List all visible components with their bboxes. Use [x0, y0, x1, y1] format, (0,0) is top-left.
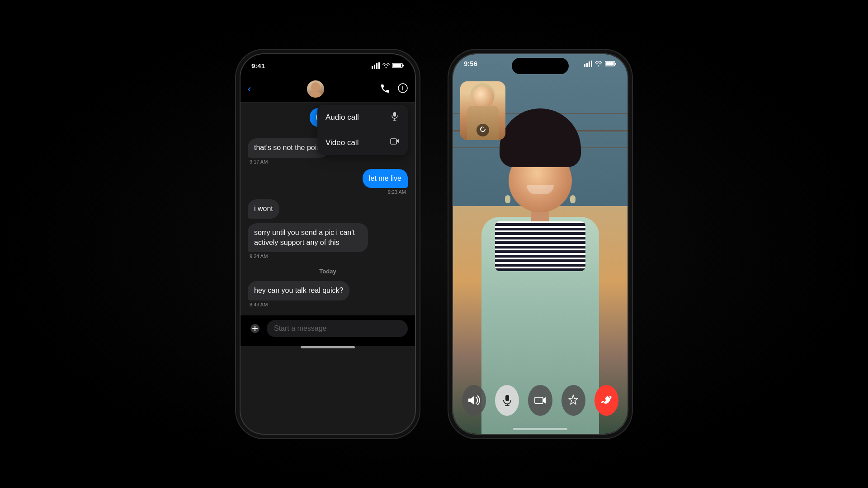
phone-right: 9:56 [452, 53, 628, 435]
message-row: sorry until you send a pic i can't activ… [248, 223, 408, 259]
battery-icon [605, 61, 617, 67]
avatar [307, 80, 324, 98]
info-icon: i [398, 83, 408, 93]
left-status-bar: 9:41 [241, 54, 415, 77]
svg-rect-20 [586, 63, 588, 67]
svg-point-7 [311, 82, 320, 91]
message-row: i wont [248, 199, 408, 218]
home-indicator [301, 346, 355, 348]
svg-rect-5 [402, 65, 404, 66]
svg-rect-1 [374, 65, 375, 69]
end-call-icon [600, 394, 613, 407]
audio-call-label: Audio call [326, 113, 359, 122]
back-button[interactable]: ‹ [248, 83, 251, 95]
message-bubble: hey can you talk real quick? [248, 281, 349, 300]
effects-icon [567, 394, 580, 407]
header-icons: i [380, 83, 408, 95]
left-status-icons [372, 62, 404, 69]
message-text: i wont [254, 205, 273, 212]
plus-icon [250, 324, 260, 333]
right-time: 9:56 [464, 60, 477, 67]
message-input-area: Start a message [241, 315, 415, 346]
svg-rect-19 [584, 64, 585, 67]
message-bubble: let me live [363, 169, 408, 188]
message-text: that's so not the point [254, 144, 323, 151]
pip-self-view[interactable] [460, 81, 505, 140]
phone-call-button[interactable] [380, 83, 390, 95]
speaker-icon [468, 394, 481, 407]
flip-camera-button[interactable] [476, 124, 489, 136]
svg-point-8 [309, 91, 322, 98]
svg-rect-25 [606, 62, 614, 65]
camera-button[interactable] [528, 385, 552, 416]
video-call-label: Video call [326, 138, 359, 147]
video-call-option[interactable]: Video call [317, 130, 408, 155]
audio-call-option[interactable]: Audio call [317, 105, 408, 130]
message-text: hey can you talk real quick? [254, 286, 343, 294]
left-time: 9:41 [251, 62, 265, 70]
message-bubble: sorry until you send a pic i can't activ… [248, 223, 368, 253]
speaker-button[interactable] [462, 385, 486, 416]
phone-icon [380, 83, 390, 93]
message-time: 9:23 AM [386, 189, 408, 195]
day-separator: Today [248, 268, 408, 275]
effects-button[interactable] [561, 385, 585, 416]
svg-rect-12 [393, 112, 396, 117]
plus-button[interactable] [248, 321, 262, 336]
message-text: sorry until you send a pic i can't activ… [254, 229, 355, 246]
message-time: 9:17 AM [248, 159, 269, 164]
svg-rect-26 [505, 395, 509, 401]
svg-rect-15 [391, 139, 396, 144]
signal-icon [584, 61, 592, 67]
camera-icon [534, 394, 547, 407]
right-status-icons [584, 61, 617, 67]
svg-rect-0 [372, 66, 373, 69]
svg-rect-3 [378, 62, 380, 69]
message-time: 8:43 AM [248, 302, 269, 307]
wifi-icon [382, 63, 390, 68]
battery-icon [392, 62, 404, 69]
dynamic-island [512, 58, 569, 74]
chat-header-center [307, 80, 324, 98]
svg-rect-29 [535, 397, 543, 404]
flip-camera-icon [479, 127, 486, 134]
microphone-icon [390, 111, 400, 123]
input-placeholder: Start a message [274, 324, 327, 332]
message-row: hey can you talk real quick? 8:43 AM [248, 281, 408, 307]
svg-rect-6 [393, 64, 401, 67]
info-button[interactable]: i [398, 83, 408, 95]
svg-rect-2 [376, 63, 377, 69]
message-bubble: that's so not the point [248, 138, 329, 157]
wifi-icon [595, 61, 602, 66]
mute-button[interactable] [495, 385, 519, 416]
message-time: 9:24 AM [248, 253, 269, 259]
phone-left: 9:41 [240, 53, 416, 435]
right-home-indicator [513, 428, 567, 430]
svg-rect-21 [589, 61, 590, 67]
pip-head [472, 86, 494, 108]
end-call-button[interactable] [594, 385, 618, 416]
message-text: let me live [369, 174, 401, 182]
call-controls [453, 385, 627, 416]
svg-rect-24 [615, 63, 616, 65]
signal-icon [372, 62, 380, 69]
svg-text:i: i [402, 85, 404, 92]
dropdown-menu: Audio call Video call [317, 105, 408, 155]
videocamera-icon [390, 136, 400, 149]
avatar-image [307, 80, 324, 98]
message-input[interactable]: Start a message [267, 320, 408, 337]
chat-header: ‹ [241, 77, 415, 103]
svg-rect-22 [591, 61, 592, 67]
message-bubble: i wont [248, 199, 279, 218]
mute-icon [501, 394, 514, 407]
message-row: let me live 9:23 AM [248, 169, 408, 195]
